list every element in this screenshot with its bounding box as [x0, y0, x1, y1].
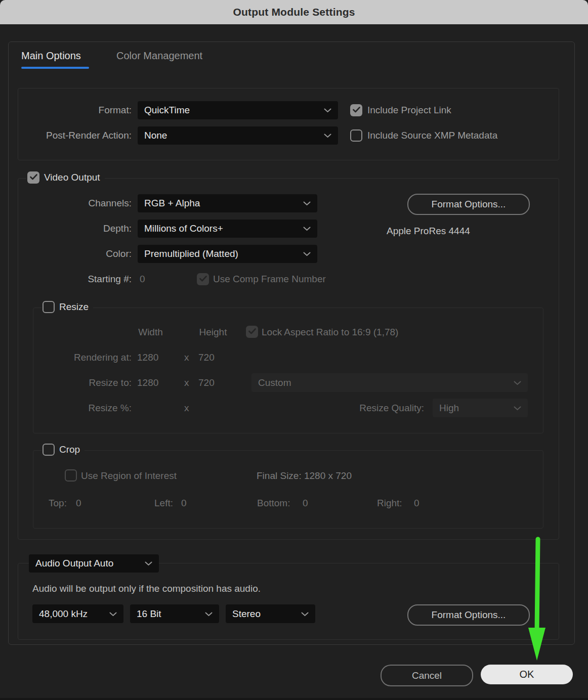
include-project-link-label: Include Project Link: [367, 105, 451, 116]
final-size-text: Final Size: 1280 x 720: [257, 470, 352, 482]
depth-dropdown[interactable]: Millions of Colors+: [138, 220, 317, 238]
include-project-link-checkbox[interactable]: [350, 104, 362, 116]
check-icon: [248, 327, 256, 336]
resize-checkbox[interactable]: [43, 301, 55, 313]
use-comp-frame-checkbox: [197, 273, 209, 285]
use-region-of-interest-label: Use Region of Interest: [81, 470, 177, 482]
rendering-height-value: 720: [198, 352, 215, 363]
audio-bit-depth-dropdown[interactable]: 16 Bit: [130, 604, 219, 623]
video-output-label: Video Output: [44, 172, 100, 183]
audio-bit-depth-value: 16 Bit: [137, 608, 161, 620]
channels-label: Channels:: [88, 198, 132, 209]
audio-output-mode-dropdown[interactable]: Audio Output Auto: [29, 554, 159, 573]
color-dropdown[interactable]: Premultiplied (Matted): [138, 245, 317, 263]
tab-color-management[interactable]: Color Management: [116, 50, 202, 62]
chevron-down-icon: [514, 404, 521, 413]
crop-checkbox[interactable]: [43, 444, 55, 456]
rendering-width-value: 1280: [137, 352, 158, 363]
audio-sample-rate-value: 48,000 kHz: [39, 608, 88, 620]
chevron-down-icon: [109, 609, 117, 619]
post-render-action-value: None: [144, 130, 167, 141]
color-value: Premultiplied (Matted): [144, 248, 238, 259]
dimension-separator: x: [184, 403, 189, 414]
video-output-legend: Video Output: [26, 171, 105, 184]
check-icon: [199, 275, 207, 284]
window-bottom-edge: [0, 698, 588, 700]
depth-label: Depth:: [103, 223, 132, 234]
include-xmp-checkbox[interactable]: [350, 129, 362, 142]
codec-name-text: Apple ProRes 4444: [387, 226, 470, 237]
check-icon: [353, 106, 360, 115]
audio-output-mode-value: Audio Output Auto: [35, 558, 113, 569]
chevron-down-icon: [324, 106, 331, 115]
dialog-titlebar: Output Module Settings: [0, 0, 588, 24]
dialog-title: Output Module Settings: [233, 6, 355, 18]
chevron-down-icon: [324, 131, 331, 140]
crop-label: Crop: [59, 444, 80, 455]
resize-label: Resize: [59, 301, 89, 313]
rendering-at-label: Rendering at:: [74, 352, 132, 363]
audio-sample-rate-dropdown[interactable]: 48,000 kHz: [32, 604, 123, 623]
ok-button[interactable]: OK: [481, 665, 573, 684]
crop-top-label: Top:: [49, 498, 67, 509]
crop-legend: Crop: [41, 444, 85, 456]
format-label: Format:: [99, 105, 132, 116]
chevron-down-icon: [205, 609, 213, 619]
starting-number-label: Starting #:: [88, 274, 132, 285]
resize-legend: Resize: [41, 301, 93, 313]
crop-bottom-label: Bottom:: [257, 498, 290, 509]
crop-right-value: 0: [414, 498, 419, 509]
video-format-options-button[interactable]: Format Options...: [407, 194, 530, 215]
audio-groupbox: [18, 563, 559, 640]
lock-aspect-checkbox: [246, 326, 258, 338]
resize-preset-value: Custom: [258, 377, 291, 388]
output-module-settings-dialog: Output Module Settings Main Options Colo…: [0, 0, 588, 700]
resize-quality-label: Resize Quality:: [359, 403, 424, 414]
chevron-down-icon: [303, 224, 311, 233]
resize-preset-dropdown: Custom: [251, 373, 528, 392]
chevron-down-icon: [145, 559, 152, 568]
resize-percent-label: Resize %:: [88, 403, 132, 414]
audio-format-options-button[interactable]: Format Options...: [407, 604, 530, 626]
dimension-separator: x: [184, 352, 189, 363]
format-dropdown[interactable]: QuickTime: [138, 101, 338, 119]
chevron-down-icon: [303, 199, 311, 208]
video-output-checkbox[interactable]: [27, 171, 39, 184]
audio-channels-dropdown[interactable]: Stereo: [226, 604, 315, 623]
check-icon: [30, 173, 37, 182]
crop-top-value: 0: [76, 498, 81, 509]
post-render-action-dropdown[interactable]: None: [138, 126, 338, 145]
tab-active-underline: [21, 67, 89, 69]
resize-quality-value: High: [439, 403, 459, 414]
lock-aspect-label: Lock Aspect Ratio to 16:9 (1,78): [262, 327, 398, 338]
crop-right-label: Right:: [377, 498, 402, 509]
dimension-separator: x: [184, 377, 189, 388]
post-render-action-label: Post-Render Action:: [46, 130, 132, 141]
chevron-down-icon: [303, 249, 311, 258]
resize-to-label: Resize to:: [89, 377, 132, 388]
include-xmp-label: Include Source XMP Metadata: [367, 130, 497, 141]
crop-left-value: 0: [181, 498, 187, 509]
color-label: Color:: [106, 248, 132, 259]
chevron-down-icon: [301, 609, 309, 619]
annotation-arrow-down-icon: [524, 535, 554, 664]
crop-bottom-value: 0: [303, 498, 308, 509]
crop-left-label: Left:: [154, 498, 173, 509]
format-dropdown-value: QuickTime: [144, 105, 190, 116]
channels-dropdown[interactable]: RGB + Alpha: [138, 194, 317, 212]
width-header: Width: [137, 327, 164, 338]
channels-value: RGB + Alpha: [144, 198, 200, 209]
use-region-of-interest-checkbox: [65, 469, 77, 482]
chevron-down-icon: [514, 378, 521, 387]
resize-height-value: 720: [198, 377, 215, 388]
use-comp-frame-label: Use Comp Frame Number: [213, 274, 326, 285]
cancel-button[interactable]: Cancel: [381, 665, 473, 686]
format-groupbox: [18, 88, 559, 160]
audio-note-text: Audio will be output only if the composi…: [32, 583, 261, 594]
resize-quality-dropdown: High: [433, 399, 528, 417]
height-header: Height: [197, 327, 229, 338]
crop-groupbox: [33, 450, 543, 529]
starting-number-value[interactable]: 0: [140, 274, 145, 285]
depth-value: Millions of Colors+: [144, 223, 223, 234]
tab-main-options[interactable]: Main Options: [21, 50, 81, 62]
